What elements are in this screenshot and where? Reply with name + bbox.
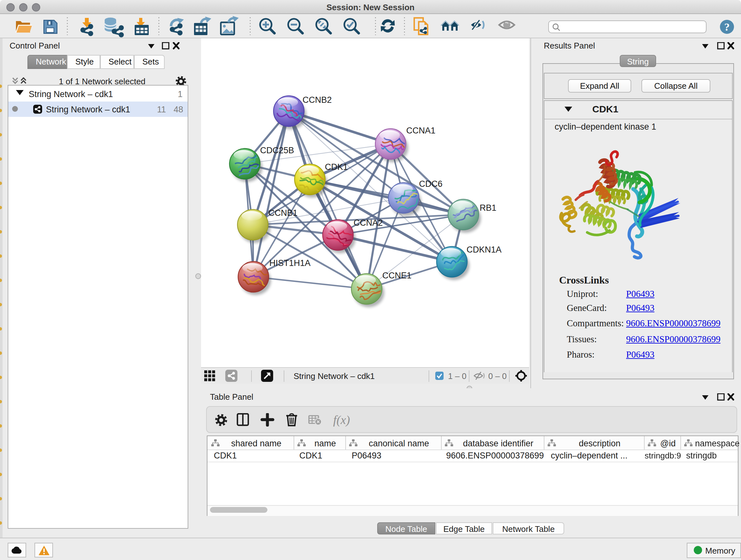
svg-text:CCNA1: CCNA1	[406, 126, 435, 135]
svg-text:CCNE1: CCNE1	[382, 271, 412, 280]
svg-text:f(x): f(x)	[333, 413, 350, 427]
svg-text:CDC6: CDC6	[419, 179, 443, 189]
svg-text:1 – 0: 1 – 0	[448, 371, 467, 381]
svg-text:CDC25B: CDC25B	[260, 145, 294, 155]
svg-text:CDK1: CDK1	[325, 162, 348, 172]
svg-text:String Network – cdk1: String Network – cdk1	[293, 371, 375, 381]
svg-text:CCNB2: CCNB2	[302, 95, 332, 105]
svg-text:CDKN1A: CDKN1A	[467, 245, 502, 254]
svg-text:?: ?	[724, 21, 730, 33]
svg-text:CCNB1: CCNB1	[268, 208, 298, 218]
svg-text:RB1: RB1	[480, 203, 496, 212]
svg-text:HIST1H1A: HIST1H1A	[269, 258, 311, 268]
svg-text:CCNA2: CCNA2	[354, 218, 383, 228]
svg-text:0 – 0: 0 – 0	[488, 371, 507, 381]
